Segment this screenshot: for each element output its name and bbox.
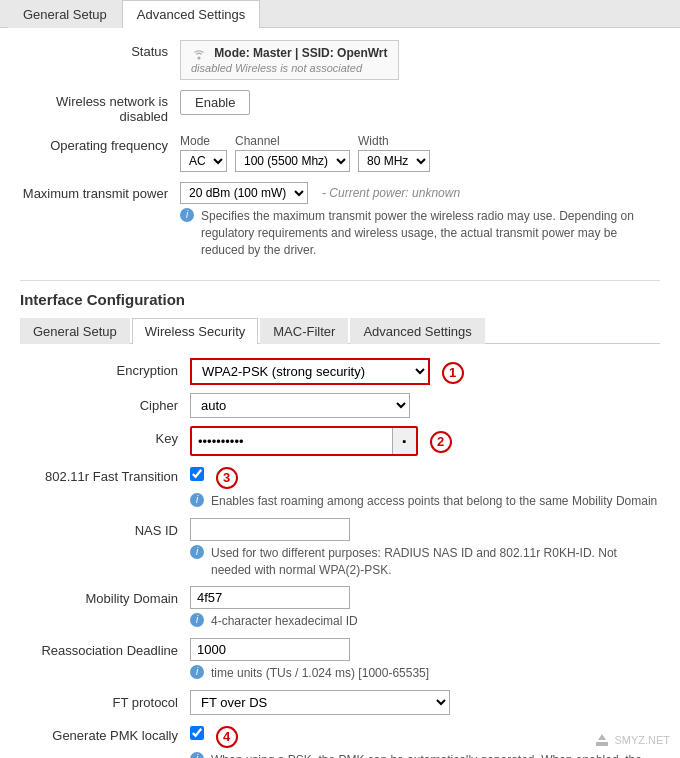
transmit-power-row: Maximum transmit power 20 dBm (100 mW) 1… (20, 182, 660, 258)
transmit-power-label: Maximum transmit power (20, 182, 180, 201)
generate-pmk-help: i When using a PSK, the PMK can be autom… (190, 752, 660, 759)
tab-iface-general[interactable]: General Setup (20, 318, 130, 344)
reassoc-deadline-label: Reassociation Deadline (20, 638, 190, 658)
nas-id-input[interactable] (190, 518, 350, 541)
badge-2: 2 (430, 431, 452, 453)
operating-frequency-label: Operating frequency (20, 134, 180, 153)
top-tabs: General Setup Advanced Settings (0, 0, 680, 28)
mode-group: Mode AC N A (180, 134, 227, 172)
fast-transition-control: 3 i Enables fast roaming among access po… (190, 464, 660, 509)
generate-pmk-row: Generate PMK locally 4 i When using a PS… (20, 723, 660, 758)
reassoc-deadline-help: i time units (TUs / 1.024 ms) [1000-6553… (190, 665, 660, 682)
generate-pmk-checkbox[interactable] (190, 726, 204, 740)
generate-pmk-label: Generate PMK locally (20, 723, 190, 743)
mode-select[interactable]: AC N A (180, 150, 227, 172)
status-content: Mode: Master | SSID: OpenWrt disabled Wi… (180, 40, 660, 80)
encryption-row: Encryption WPA2-PSK (strong security) WP… (20, 358, 660, 385)
key-row: Key ▪ 2 (20, 426, 660, 456)
cipher-row: Cipher auto AES (CCMP) TKIP (20, 393, 660, 418)
status-row: Status Mode: Master | SSID: OpenWrt disa… (20, 40, 660, 80)
transmit-help: i Specifies the maximum transmit power t… (180, 208, 660, 258)
ft-protocol-control: FT over DS FT over Air (190, 690, 660, 715)
nas-id-row: NAS ID i Used for two different purposes… (20, 518, 660, 579)
iface-config: Interface Configuration General Setup Wi… (0, 280, 680, 758)
tab-general-setup[interactable]: General Setup (8, 0, 122, 28)
transmit-power-select[interactable]: 20 dBm (100 mW) 17 dBm (50 mW) (180, 182, 308, 204)
iface-tabs: General Setup Wireless Security MAC-Filt… (20, 318, 660, 344)
badge-3: 3 (216, 467, 238, 489)
status-mode: Mode: Master | SSID: OpenWrt (191, 46, 388, 62)
iface-title: Interface Configuration (20, 280, 660, 308)
nas-id-help-icon: i (190, 545, 204, 559)
transmit-power-content: 20 dBm (100 mW) 17 dBm (50 mW) - Current… (180, 182, 660, 258)
transmit-help-icon: i (180, 208, 194, 222)
tab-advanced-settings[interactable]: Advanced Settings (122, 0, 260, 28)
generate-pmk-control: 4 i When using a PSK, the PMK can be aut… (190, 723, 660, 758)
status-box: Mode: Master | SSID: OpenWrt disabled Wi… (180, 40, 399, 80)
cipher-control: auto AES (CCMP) TKIP (190, 393, 660, 418)
generate-pmk-help-icon: i (190, 752, 204, 759)
mobility-domain-label: Mobility Domain (20, 586, 190, 606)
mobility-domain-help-icon: i (190, 613, 204, 627)
encryption-wrapper: WPA2-PSK (strong security) WPA-PSK WPA2-… (190, 358, 430, 385)
ft-protocol-label: FT protocol (20, 690, 190, 710)
channel-group: Channel 100 (5500 Mhz) 36 (5180 Mhz) (235, 134, 350, 172)
reassoc-deadline-help-icon: i (190, 665, 204, 679)
current-power: - Current power: unknown (322, 186, 460, 200)
mobility-domain-help: i 4-character hexadecimal ID (190, 613, 660, 630)
fast-transition-row: 802.11r Fast Transition 3 i Enables fast… (20, 464, 660, 509)
transmit-row: 20 dBm (100 mW) 17 dBm (50 mW) - Current… (180, 182, 660, 204)
width-label: Width (358, 134, 430, 148)
encryption-label: Encryption (20, 358, 190, 378)
svg-rect-0 (596, 742, 608, 746)
wireless-notice-row: Wireless network is disabled Enable (20, 90, 660, 124)
nas-id-label: NAS ID (20, 518, 190, 538)
tab-iface-security[interactable]: Wireless Security (132, 318, 258, 344)
channel-label: Channel (235, 134, 350, 148)
operating-frequency-content: Mode AC N A Channel 100 (5500 Mhz) 36 (5… (180, 134, 660, 172)
cipher-select[interactable]: auto AES (CCMP) TKIP (190, 393, 410, 418)
nas-id-control: i Used for two different purposes: RADIU… (190, 518, 660, 579)
status-section: Status Mode: Master | SSID: OpenWrt disa… (0, 28, 680, 280)
watermark: SMYZ.NET (594, 732, 670, 748)
operating-frequency-row: Operating frequency Mode AC N A Channel (20, 134, 660, 172)
fast-transition-help-icon: i (190, 493, 204, 507)
password-wrapper: ▪ (190, 426, 418, 456)
key-label: Key (20, 426, 190, 446)
freq-row: Mode AC N A Channel 100 (5500 Mhz) 36 (5… (180, 134, 660, 172)
status-label: Status (20, 40, 180, 59)
password-toggle-button[interactable]: ▪ (392, 428, 416, 454)
mode-label: Mode (180, 134, 227, 148)
wifi-icon (191, 46, 207, 62)
fast-transition-help: i Enables fast roaming among access poin… (190, 493, 660, 510)
fast-transition-checkbox[interactable] (190, 467, 204, 481)
wireless-notice-content: Enable (180, 90, 660, 115)
fast-transition-wrapper (190, 464, 204, 481)
mobility-domain-row: Mobility Domain i 4-character hexadecima… (20, 586, 660, 630)
badge-4: 4 (216, 726, 238, 748)
width-select[interactable]: 80 MHz 40 MHz 20 MHz (358, 150, 430, 172)
enable-button[interactable]: Enable (180, 90, 250, 115)
mobility-domain-input[interactable] (190, 586, 350, 609)
channel-select[interactable]: 100 (5500 Mhz) 36 (5180 Mhz) (235, 150, 350, 172)
ft-protocol-select[interactable]: FT over DS FT over Air (190, 690, 450, 715)
reassoc-deadline-input[interactable] (190, 638, 350, 661)
wireless-notice-label: Wireless network is disabled (20, 90, 180, 124)
tab-iface-advanced[interactable]: Advanced Settings (350, 318, 484, 344)
key-input[interactable] (192, 431, 392, 452)
svg-marker-1 (598, 734, 606, 740)
encryption-select[interactable]: WPA2-PSK (strong security) WPA-PSK WPA2-… (190, 358, 430, 385)
tab-iface-mac[interactable]: MAC-Filter (260, 318, 348, 344)
width-group: Width 80 MHz 40 MHz 20 MHz (358, 134, 430, 172)
generate-pmk-wrapper (190, 723, 204, 740)
reassoc-deadline-control: i time units (TUs / 1.024 ms) [1000-6553… (190, 638, 660, 682)
reassoc-deadline-row: Reassociation Deadline i time units (TUs… (20, 638, 660, 682)
cipher-label: Cipher (20, 393, 190, 413)
nas-id-help: i Used for two different purposes: RADIU… (190, 545, 660, 579)
encryption-control: WPA2-PSK (strong security) WPA-PSK WPA2-… (190, 358, 660, 385)
ft-protocol-row: FT protocol FT over DS FT over Air (20, 690, 660, 715)
status-subtext: disabled Wireless is not associated (191, 62, 388, 74)
watermark-icon (594, 732, 610, 748)
key-control: ▪ 2 (190, 426, 660, 456)
mobility-domain-control: i 4-character hexadecimal ID (190, 586, 660, 630)
